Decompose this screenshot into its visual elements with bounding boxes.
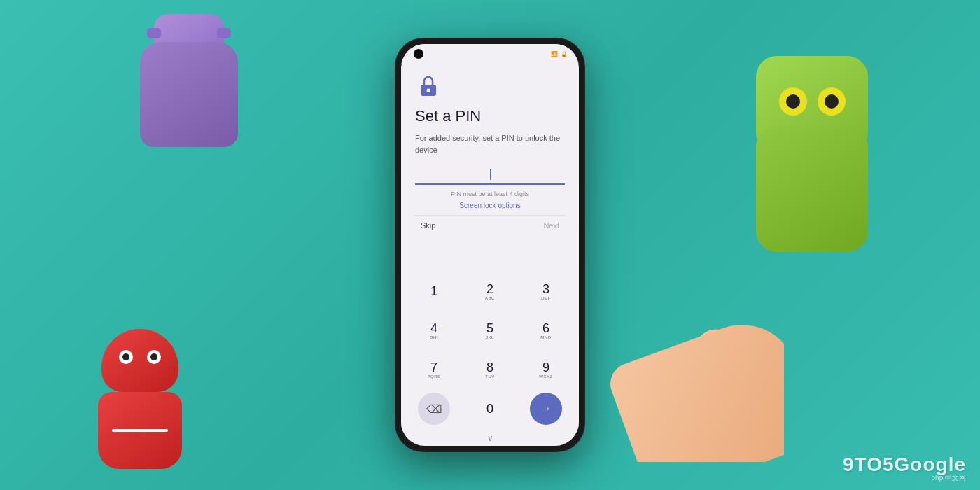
robot-red-decoration xyxy=(84,329,196,469)
pin-title: Set a PIN xyxy=(415,107,565,125)
key-next-arrow[interactable]: → xyxy=(520,391,572,426)
key-7[interactable]: 7 PQRS xyxy=(408,352,460,387)
delete-icon: ⌫ xyxy=(426,402,442,416)
key-1[interactable]: 1 xyxy=(408,274,460,309)
pin-hint: PIN must be at least 4 digits xyxy=(415,190,565,197)
phone-frame: 📶 🔒 Set a PIN For added security xyxy=(396,38,584,451)
watermark-sub: php 中文网 xyxy=(932,473,966,483)
key-2[interactable]: 2 ABC xyxy=(464,274,516,309)
wifi-icon: 📶 xyxy=(551,51,558,57)
camera-hole xyxy=(414,49,424,59)
key-6[interactable]: 6 MNO xyxy=(520,313,572,348)
lock-icon xyxy=(415,72,442,99)
phone-frame-container: 📶 🔒 Set a PIN For added security xyxy=(396,38,584,451)
svg-point-1 xyxy=(427,89,430,92)
keypad: 1 2 ABC 3 DEF 4 GHI 5 JKL xyxy=(401,271,579,432)
hand-pointer xyxy=(609,322,784,462)
next-button[interactable]: Next xyxy=(538,218,565,232)
next-arrow-icon: → xyxy=(540,402,552,415)
pin-input-area[interactable] xyxy=(415,165,565,185)
key-0[interactable]: 0 xyxy=(464,391,516,426)
key-4[interactable]: 4 GHI xyxy=(408,313,460,348)
key-delete[interactable]: ⌫ xyxy=(408,391,460,426)
key-5[interactable]: 5 JKL xyxy=(464,313,516,348)
lock-icon-container xyxy=(415,72,565,102)
lock-status-icon: 🔒 xyxy=(561,51,568,57)
pin-cursor xyxy=(490,169,491,180)
screen-lock-options-link[interactable]: Screen lock options xyxy=(415,202,565,209)
status-bar: 📶 🔒 xyxy=(401,44,579,64)
pin-description: For added security, set a PIN to unlock … xyxy=(415,132,565,155)
key-8[interactable]: 8 TUV xyxy=(464,352,516,387)
phone-screen: 📶 🔒 Set a PIN For added security xyxy=(401,44,579,446)
screen-content: Set a PIN For added security, set a PIN … xyxy=(401,64,579,271)
key-3[interactable]: 3 DEF xyxy=(520,274,572,309)
robot-purple-decoration xyxy=(126,14,252,154)
action-bar: Skip Next xyxy=(415,215,565,238)
bottom-chevron: ∨ xyxy=(401,432,579,446)
robot-owl-decoration xyxy=(742,56,882,252)
skip-button[interactable]: Skip xyxy=(415,218,441,232)
status-icons: 📶 🔒 xyxy=(551,51,568,57)
key-9[interactable]: 9 WXYZ xyxy=(520,352,572,387)
